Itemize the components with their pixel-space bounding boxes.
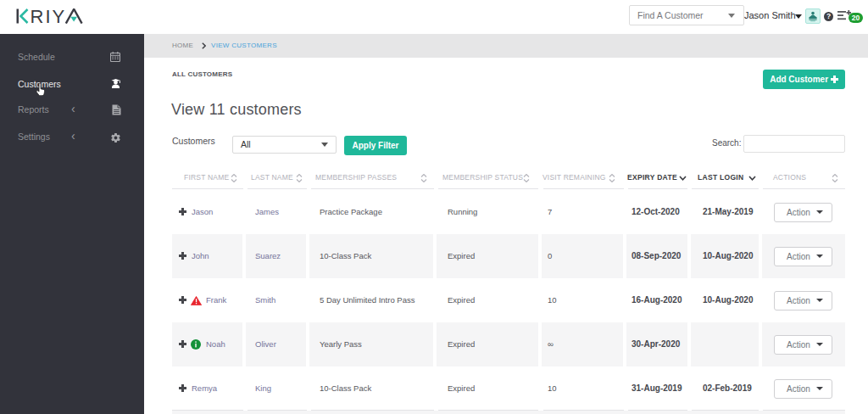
svg-text:RIY: RIY bbox=[31, 8, 67, 24]
